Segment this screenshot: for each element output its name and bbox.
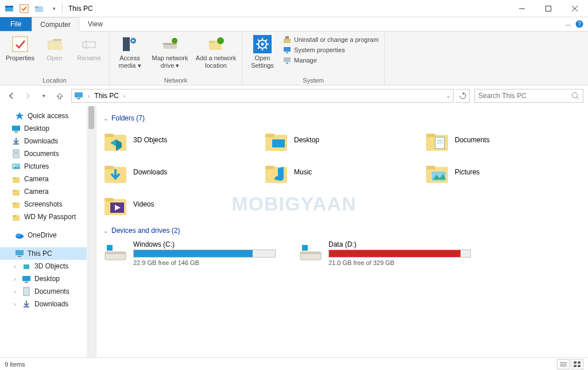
chevron-down-icon[interactable]: ⌄ [103, 115, 108, 122]
open-button[interactable]: Open [38, 34, 71, 76]
sidebar-item-documents[interactable]: Documents📌 [0, 147, 96, 160]
uninstall-program-button[interactable]: Uninstall or change a program [283, 35, 378, 44]
folder-desktop[interactable]: Desktop [264, 128, 413, 152]
sidebar-item-3d-objects[interactable]: ›3D Objects [0, 260, 96, 272]
svg-rect-70 [24, 264, 29, 269]
expand-icon[interactable]: › [11, 263, 18, 270]
back-button[interactable] [5, 89, 18, 103]
details-view-button[interactable] [557, 359, 570, 369]
svg-rect-50 [14, 131, 18, 133]
drive-data-d-[interactable]: Data (D:)21.0 GB free of 329 GB [299, 240, 471, 266]
sidebar-item-pictures[interactable]: Pictures📌 [0, 160, 96, 173]
address-bar[interactable]: › This PC › ⌄ [71, 89, 454, 103]
breadcrumb-item[interactable]: This PC [94, 92, 119, 100]
sidebar-item-downloads[interactable]: Downloads📌 [0, 135, 96, 147]
chevron-down-icon[interactable]: ⌄ [103, 228, 108, 234]
drive-free-space: 22.9 GB free of 146 GB [133, 259, 276, 266]
folder-downloads[interactable]: Downloads [103, 160, 253, 184]
tab-computer[interactable]: Computer [32, 17, 79, 32]
folder-icon [22, 262, 31, 271]
drives-section-header[interactable]: ⌄ Devices and drives (2) [103, 227, 581, 235]
qat-new-folder-icon[interactable] [33, 3, 45, 14]
sidebar-onedrive[interactable]: OneDrive [0, 229, 96, 242]
sidebar-item-camera[interactable]: Camera [0, 173, 96, 185]
refresh-button[interactable] [456, 89, 470, 103]
folder-large-icon [425, 160, 449, 184]
svg-rect-61 [13, 190, 16, 192]
folder-pictures[interactable]: Pictures [425, 160, 574, 184]
expand-icon[interactable]: › [11, 301, 18, 307]
file-tab[interactable]: File [0, 17, 32, 31]
svg-rect-49 [12, 126, 20, 131]
svg-rect-101 [107, 245, 113, 251]
sidebar-item-desktop[interactable]: Desktop📌 [0, 122, 96, 135]
open-settings-button[interactable]: Open Settings [246, 34, 279, 76]
sidebar-quick-access[interactable]: Quick access [0, 110, 96, 122]
rename-button[interactable]: Rename [72, 34, 106, 76]
recent-locations-button[interactable]: ▾ [37, 89, 51, 103]
search-box[interactable] [474, 89, 583, 103]
sidebar-item-downloads[interactable]: ›Downloads [0, 298, 96, 310]
sidebar-item-camera[interactable]: Camera [0, 185, 96, 198]
expand-icon[interactable]: › [11, 289, 18, 295]
svg-text:?: ? [578, 21, 581, 28]
group-label-location: Location [3, 76, 106, 84]
thumbnails-view-button[interactable] [571, 359, 583, 369]
navigation-pane[interactable]: Quick access Desktop📌Downloads📌Documents… [0, 106, 96, 357]
access-media-button[interactable]: Access media ▾ [113, 34, 146, 76]
content-pane[interactable]: ⌄ Folders (7) 3D ObjectsDesktopDocuments… [96, 106, 588, 357]
help-icon[interactable]: ? [575, 20, 583, 28]
folder-large-icon [264, 160, 288, 184]
manage-button[interactable]: Manage [283, 56, 378, 65]
search-input[interactable] [478, 92, 571, 100]
folder-music[interactable]: Music [264, 160, 413, 184]
ribbon-collapse-icon[interactable]: ︿ [565, 20, 572, 29]
svg-rect-104 [302, 245, 308, 251]
minimize-button[interactable] [509, 0, 535, 17]
folders-section-header[interactable]: ⌄ Folders (7) [103, 114, 581, 122]
app-icon[interactable] [3, 3, 15, 14]
drive-windows-c-[interactable]: Windows (C:)22.9 GB free of 146 GB [103, 240, 276, 266]
sidebar-item-documents[interactable]: ›Documents [0, 285, 96, 298]
svg-rect-76 [105, 134, 114, 137]
breadcrumb-chevron-icon[interactable]: › [121, 93, 127, 99]
search-icon[interactable] [571, 92, 579, 100]
sidebar-item-desktop[interactable]: ›Desktop [0, 272, 96, 285]
qat-customize-icon[interactable]: ▾ [48, 3, 60, 14]
system-properties-button[interactable]: System properties [283, 45, 378, 54]
sidebar-scrollbar[interactable] [87, 106, 96, 357]
sidebar-this-pc[interactable]: This PC [0, 247, 96, 260]
sidebar-item-screenshots[interactable]: Screenshots [0, 198, 96, 211]
maximize-button[interactable] [535, 0, 562, 17]
close-button[interactable] [562, 0, 588, 17]
drive-icon [103, 240, 127, 264]
up-button[interactable] [53, 89, 67, 103]
window-title: This PC [68, 5, 93, 13]
svg-rect-63 [13, 202, 16, 204]
folder-documents[interactable]: Documents [425, 128, 574, 152]
manage-icon [283, 56, 292, 65]
open-folder-icon [45, 35, 64, 53]
group-label-system: System [246, 76, 381, 84]
address-dropdown-icon[interactable]: ⌄ [446, 93, 451, 99]
folder-3d-objects[interactable]: 3D Objects [103, 128, 253, 152]
qat-properties-icon[interactable] [18, 3, 30, 14]
sidebar-item-wd-my-passport[interactable]: WD My Passport [0, 211, 96, 223]
properties-button[interactable]: Properties [3, 34, 37, 76]
breadcrumb-chevron-icon[interactable]: › [86, 93, 92, 99]
this-pc-icon [15, 249, 24, 258]
expand-icon[interactable]: › [11, 276, 18, 282]
group-label-network: Network [113, 76, 238, 84]
svg-rect-43 [75, 92, 83, 98]
svg-rect-6 [546, 6, 551, 11]
svg-point-22 [172, 38, 177, 44]
folder-large-icon [425, 128, 449, 152]
map-network-drive-button[interactable]: Map network drive ▾ [148, 34, 192, 76]
folder-icon [11, 124, 21, 133]
folder-videos[interactable]: Videos [103, 192, 253, 216]
tab-view[interactable]: View [79, 17, 111, 31]
svg-marker-48 [16, 112, 24, 120]
forward-button[interactable] [21, 89, 34, 103]
add-network-location-button[interactable]: Add a network location [194, 34, 238, 76]
svg-rect-39 [284, 47, 291, 52]
